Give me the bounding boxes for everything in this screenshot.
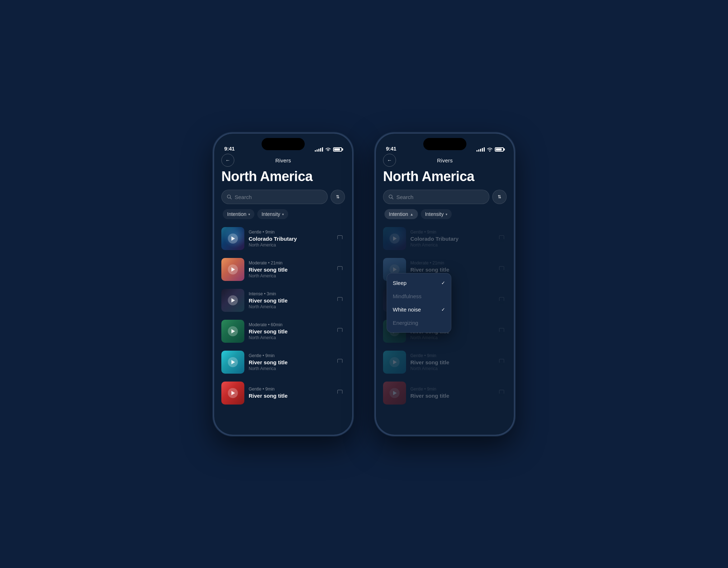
page-heading-left: North America [221,169,345,184]
signal-bar-4 [320,148,321,152]
dynamic-island-left [262,138,305,150]
wifi-icon-right [487,147,493,152]
signal-bar-2 [317,149,318,152]
song-item-0-left[interactable]: Gentle • 9min Colorado Tributary North A… [221,223,345,254]
song-meta-4-left: Gentle • 9min [249,353,331,358]
back-arrow-left: ← [225,157,230,163]
bookmark-btn-1-right[interactable] [497,264,507,274]
search-bar-right: Search ⇅ [383,190,507,204]
screen-content-right: ← Rivers North America Search ⇅ [376,154,514,435]
play-btn-5-left[interactable] [228,388,238,398]
bookmark-icon-3-right [499,328,504,334]
back-button-right[interactable]: ← [383,154,396,167]
bookmark-btn-2-left[interactable] [335,295,345,305]
nav-title-right: Rivers [437,157,453,163]
play-btn-5-right[interactable] [390,388,400,398]
song-meta-3-left: Moderate • 60min [249,322,331,327]
bookmark-btn-4-left[interactable] [335,357,345,367]
song-info-4-left: Gentle • 9min River song title North Ame… [249,353,331,371]
song-title-5-left: River song title [249,393,331,399]
song-thumb-1-left [221,258,244,281]
nav-bar-left: ← Rivers [221,154,345,166]
filter-intensity-right[interactable]: Intensity ▾ [421,209,452,219]
bookmark-btn-0-left[interactable] [335,234,345,244]
song-title-0-right: Colorado Tributary [410,236,492,242]
song-title-3-left: River song title [249,328,331,334]
play-btn-4-right[interactable] [390,357,400,367]
back-button-left[interactable]: ← [221,154,234,167]
song-thumb-0-right [383,227,406,250]
dropdown-item-whitenoise[interactable]: White noise ✓ [387,303,451,316]
bookmark-btn-4-right[interactable] [497,357,507,367]
bookmark-btn-3-left[interactable] [335,326,345,336]
signal-bar-1 [315,150,316,152]
bookmark-btn-0-right[interactable] [497,234,507,244]
play-btn-3-left[interactable] [228,326,238,336]
song-region-3-left: North America [249,335,331,340]
play-icon-5-right [393,391,397,395]
search-bar-left: Search ⇅ [221,190,345,204]
play-icon-3-left [231,329,235,333]
bookmark-icon-3-left [337,328,342,334]
play-btn-0-left[interactable] [228,234,238,244]
check-icon-whitenoise: ✓ [441,307,445,312]
song-item-5-right[interactable]: Gentle • 9min River song title [383,378,507,408]
song-item-5-left[interactable]: Gentle • 9min River song title [221,378,345,408]
filter-intensity-left[interactable]: Intensity ▾ [257,209,288,219]
song-title-0-left: Colorado Tributary [249,236,331,242]
sort-button-right[interactable]: ⇅ [492,190,507,204]
phone-left: 9:41 [213,133,353,436]
song-item-4-left[interactable]: Gentle • 9min River song title North Ame… [221,347,345,377]
dropdown-item-mindfulness[interactable]: Mindfulness [387,290,451,303]
filter-intention-right[interactable]: Intention ▲ [384,209,418,219]
bookmark-btn-5-left[interactable] [335,388,345,398]
play-icon-4-left [231,360,235,364]
play-icon-0-left [231,236,235,241]
song-item-1-left[interactable]: Moderate • 21min River song title North … [221,254,345,285]
song-item-2-left[interactable]: Intense • 3min River song title North Am… [221,285,345,315]
song-info-1-left: Moderate • 21min River song title North … [249,260,331,278]
battery-fill-left [334,148,340,151]
filter-intention-left[interactable]: Intention ▾ [223,209,254,219]
play-icon-4-right [393,360,397,364]
bookmark-icon-5-right [499,390,504,396]
song-title-5-right: River song title [410,393,492,399]
filter-area-right: Intention ▲ Intensity ▾ Sleep ✓ Mi [383,209,507,223]
signal-bar-r3 [480,149,481,152]
dropdown-item-sleep[interactable]: Sleep ✓ [387,276,451,290]
dropdown-label-mindfulness: Mindfulness [393,293,421,299]
song-item-0-right[interactable]: Gentle • 9min Colorado Tributary North A… [383,223,507,254]
dropdown-item-energizing[interactable]: Energizing [387,316,451,329]
play-btn-1-left[interactable] [228,264,238,274]
signal-bar-r4 [482,148,483,152]
battery-fill-right [496,148,502,151]
play-btn-2-left[interactable] [228,295,238,305]
bookmark-btn-2-right[interactable] [497,295,507,305]
dropdown-label-sleep: Sleep [393,280,406,286]
bookmark-btn-3-right[interactable] [497,326,507,336]
song-region-4-left: North America [249,366,331,371]
page-heading-right: North America [383,169,507,184]
song-info-0-right: Gentle • 9min Colorado Tributary North A… [410,230,492,248]
song-thumb-4-left [221,351,244,374]
bookmark-btn-1-left[interactable] [335,264,345,274]
song-thumb-3-left [221,320,244,343]
song-item-3-left[interactable]: Moderate • 60min River song title North … [221,316,345,346]
play-btn-0-right[interactable] [390,234,400,244]
phone-left-screen: 9:41 [214,134,352,435]
search-input-right[interactable]: Search [383,190,489,204]
search-input-left[interactable]: Search [221,190,328,204]
song-item-4-right[interactable]: Gentle • 9min River song title North Ame… [383,347,507,377]
bookmark-btn-5-right[interactable] [497,388,507,398]
sort-button-left[interactable]: ⇅ [331,190,345,204]
check-icon-sleep: ✓ [441,280,445,286]
song-region-0-right: North America [410,243,492,248]
song-region-2-left: North America [249,304,331,309]
song-info-5-right: Gentle • 9min River song title [410,387,492,400]
signal-bar-5 [322,147,323,152]
play-btn-4-left[interactable] [228,357,238,367]
song-thumb-0-left [221,227,244,250]
intention-dropdown: Sleep ✓ Mindfulness White noise ✓ Energi… [387,273,451,333]
song-thumb-4-right [383,351,406,374]
nav-bar-right: ← Rivers [383,154,507,166]
